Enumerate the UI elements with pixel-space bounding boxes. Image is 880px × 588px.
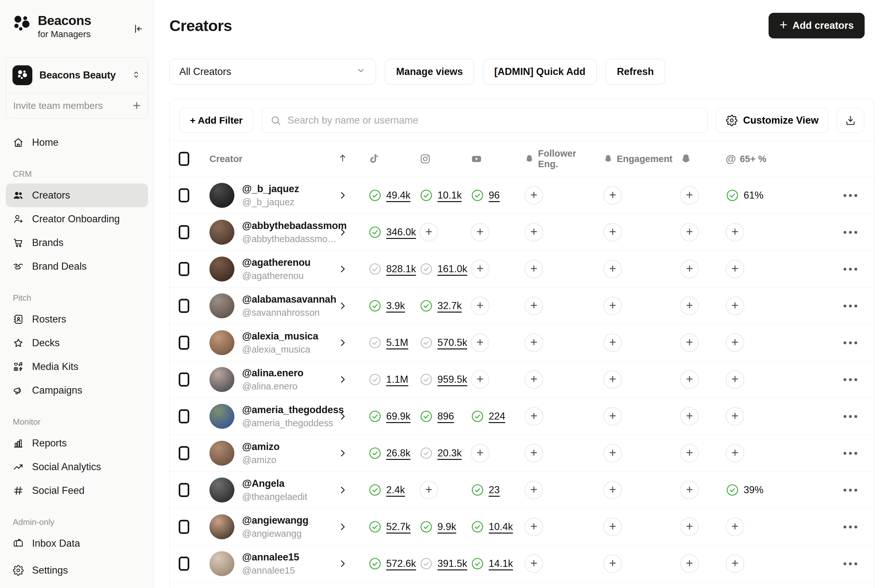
add-snapchat-button[interactable]: + xyxy=(680,223,699,242)
add-filter-button[interactable]: + Add Filter xyxy=(179,108,253,133)
row-menu-button[interactable] xyxy=(840,191,861,200)
sidebar-item-campaigns[interactable]: Campaigns xyxy=(6,378,148,402)
add-65-plus-pct-button[interactable]: + xyxy=(726,297,744,315)
tiktok-value[interactable]: 2.4k xyxy=(386,484,405,496)
search-box[interactable] xyxy=(262,108,708,133)
collapse-sidebar-button[interactable] xyxy=(132,23,144,36)
add-creators-button[interactable]: + Add creators xyxy=(769,13,865,38)
refresh-button[interactable]: Refresh xyxy=(606,59,665,84)
expand-row-chevron-icon[interactable] xyxy=(338,375,348,384)
row-menu-button[interactable] xyxy=(840,228,861,237)
creator-cell[interactable]: @alina.enero @alina.enero xyxy=(198,367,333,392)
column-header-follower-eng[interactable]: Follower Eng. xyxy=(509,148,588,170)
row-menu-button[interactable] xyxy=(840,338,861,348)
row-checkbox[interactable] xyxy=(179,188,189,202)
row-menu-button[interactable] xyxy=(840,375,861,384)
add-snapchat-button[interactable]: + xyxy=(680,297,699,315)
creator-cell[interactable]: @agatherenou @agatherenou xyxy=(198,256,333,282)
add-engagement-button[interactable]: + xyxy=(603,260,622,278)
column-header-creator[interactable]: Creator xyxy=(198,154,333,164)
add-65-plus-pct-button[interactable]: + xyxy=(726,223,744,242)
row-checkbox[interactable] xyxy=(179,556,189,571)
expand-row-chevron-icon[interactable] xyxy=(338,411,348,421)
add-65-plus-pct-button[interactable]: + xyxy=(726,518,744,536)
add-engagement-button[interactable]: + xyxy=(603,333,622,352)
row-menu-button[interactable] xyxy=(840,302,861,310)
sidebar-item-brand-deals[interactable]: Brand Deals xyxy=(6,255,148,278)
sidebar-item-media-kits[interactable]: Media Kits xyxy=(6,355,148,378)
row-checkbox[interactable] xyxy=(179,483,189,497)
customize-view-button[interactable]: Customize View xyxy=(716,108,828,133)
tiktok-icon[interactable] xyxy=(368,153,404,165)
add-youtube-button[interactable]: + xyxy=(471,297,489,315)
add-instagram-button[interactable]: + xyxy=(420,481,438,499)
expand-row-chevron-icon[interactable] xyxy=(338,301,348,310)
add-snapchat-button[interactable]: + xyxy=(680,407,699,426)
instagram-value[interactable]: 896 xyxy=(438,411,454,422)
add-follower-eng-button[interactable]: + xyxy=(525,481,543,499)
row-checkbox[interactable] xyxy=(179,520,189,534)
row-menu-button[interactable] xyxy=(840,448,861,458)
add-snapchat-button[interactable]: + xyxy=(680,444,699,462)
add-65-plus-pct-button[interactable]: + xyxy=(726,407,744,426)
add-engagement-button[interactable]: + xyxy=(603,407,622,426)
add-instagram-button[interactable]: + xyxy=(420,223,438,242)
add-follower-eng-button[interactable]: + xyxy=(525,223,543,242)
add-snapchat-button[interactable]: + xyxy=(680,186,699,205)
youtube-value[interactable]: 96 xyxy=(489,190,499,201)
instagram-icon[interactable] xyxy=(420,153,455,165)
view-select[interactable]: All Creators xyxy=(169,59,376,84)
add-youtube-button[interactable]: + xyxy=(471,370,489,389)
row-checkbox[interactable] xyxy=(179,372,189,387)
add-65-plus-pct-button[interactable]: + xyxy=(726,260,744,278)
add-engagement-button[interactable]: + xyxy=(603,518,622,536)
add-engagement-button[interactable]: + xyxy=(603,223,622,242)
add-follower-eng-button[interactable]: + xyxy=(525,260,543,278)
add-65-plus-pct-button[interactable]: + xyxy=(726,444,744,462)
row-checkbox[interactable] xyxy=(179,446,189,460)
expand-row-chevron-icon[interactable] xyxy=(338,448,348,458)
expand-row-chevron-icon[interactable] xyxy=(338,338,348,348)
workspace-selector[interactable]: Beacons Beauty xyxy=(6,58,148,93)
add-follower-eng-button[interactable]: + xyxy=(525,186,543,205)
youtube-value[interactable]: 224 xyxy=(489,411,505,422)
expand-row-chevron-icon[interactable] xyxy=(338,522,348,532)
admin-quick-add-button[interactable]: [ADMIN] Quick Add xyxy=(483,59,597,84)
add-youtube-button[interactable]: + xyxy=(471,444,489,462)
add-follower-eng-button[interactable]: + xyxy=(525,518,543,536)
search-input[interactable] xyxy=(287,114,699,126)
sidebar-item-settings[interactable]: Settings xyxy=(6,558,148,582)
add-youtube-button[interactable]: + xyxy=(471,223,489,242)
creator-cell[interactable]: @annalee15 @annalee15 xyxy=(198,551,333,576)
expand-row-chevron-icon[interactable] xyxy=(338,485,348,495)
add-engagement-button[interactable]: + xyxy=(603,554,622,573)
sort-ascending-icon[interactable] xyxy=(338,153,348,165)
add-follower-eng-button[interactable]: + xyxy=(525,297,543,315)
sidebar-item-reports[interactable]: Reports xyxy=(6,431,148,455)
creator-cell[interactable]: @angiewangg @angiewangg xyxy=(198,514,333,539)
select-all-checkbox[interactable] xyxy=(179,152,189,166)
sidebar-item-brands[interactable]: Brands xyxy=(6,231,148,255)
add-65-plus-pct-button[interactable]: + xyxy=(726,333,744,352)
manage-views-button[interactable]: Manage views xyxy=(385,59,474,84)
instagram-value[interactable]: 9.9k xyxy=(438,521,456,532)
sidebar-item-inbox-data[interactable]: Inbox Data xyxy=(6,532,148,555)
column-header-65-plus[interactable]: @ 65+ % xyxy=(710,153,790,165)
tiktok-value[interactable]: 3.9k xyxy=(386,300,405,312)
sidebar-item-social-analytics[interactable]: Social Analytics xyxy=(6,455,148,479)
add-follower-eng-button[interactable]: + xyxy=(525,554,543,573)
row-menu-button[interactable] xyxy=(840,412,861,421)
creator-cell[interactable]: @alabamasavannah @savannahrosson xyxy=(198,293,333,318)
add-snapchat-button[interactable]: + xyxy=(680,333,699,352)
add-snapchat-button[interactable]: + xyxy=(680,518,699,536)
row-checkbox[interactable] xyxy=(179,409,189,423)
add-follower-eng-button[interactable]: + xyxy=(525,444,543,462)
expand-row-chevron-icon[interactable] xyxy=(338,559,348,568)
sidebar-item-decks[interactable]: Decks xyxy=(6,331,148,355)
add-engagement-button[interactable]: + xyxy=(603,186,622,205)
add-follower-eng-button[interactable]: + xyxy=(525,333,543,352)
invite-team-members-button[interactable]: Invite team members + xyxy=(6,93,148,118)
row-checkbox[interactable] xyxy=(179,225,189,239)
creator-cell[interactable]: @amizo @amizo xyxy=(198,441,333,466)
add-65-plus-pct-button[interactable]: + xyxy=(726,554,744,573)
